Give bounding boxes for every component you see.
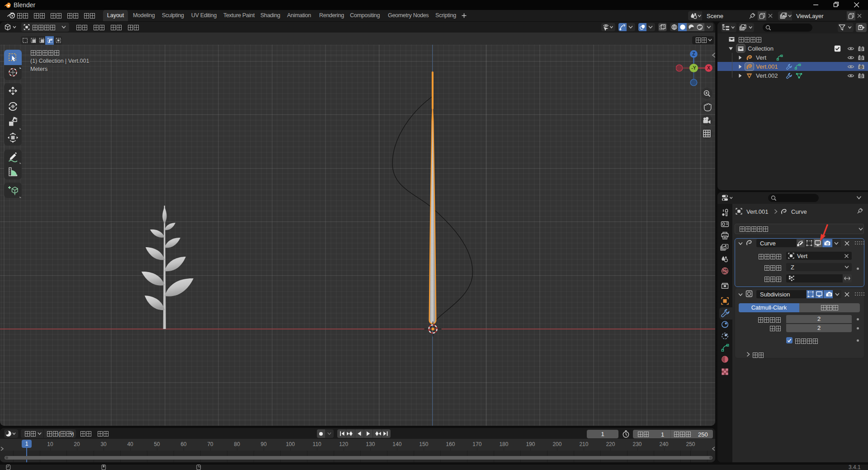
svg-text:X: X: [707, 65, 710, 70]
svg-text:-Y: -Y: [691, 65, 696, 70]
svg-text:Z: Z: [692, 51, 695, 56]
